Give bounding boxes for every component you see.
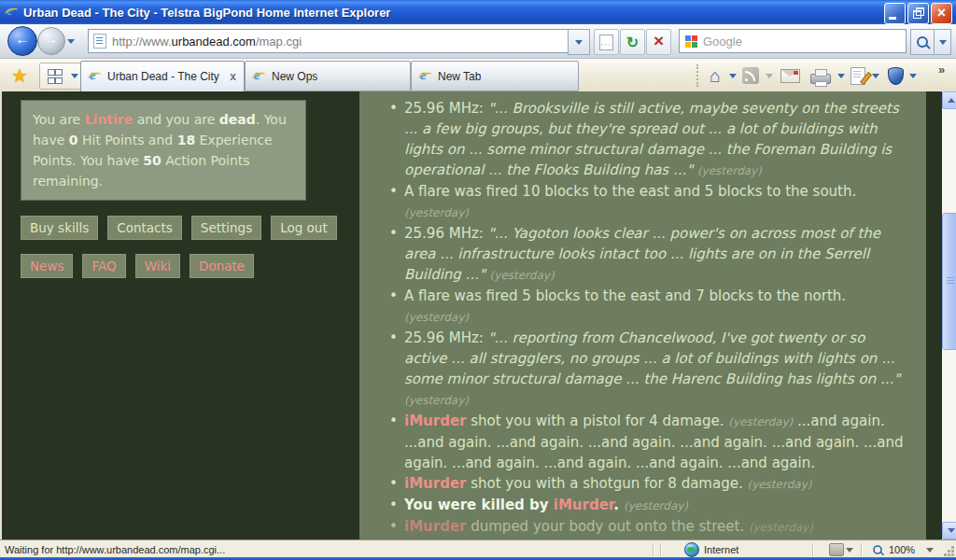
page-icon-button[interactable]	[594, 29, 619, 55]
text-segment: A flare was fired 10 blocks to the east …	[404, 183, 856, 200]
text-segment: (yesterday)	[624, 499, 688, 512]
close-button[interactable]	[931, 3, 952, 24]
search-dropdown-button[interactable]	[934, 29, 951, 55]
window-title: Urban Dead - The City - Telstra BigPond …	[23, 6, 390, 20]
scroll-up-button[interactable]	[942, 91, 956, 109]
page-icon	[851, 67, 865, 85]
tab-urban-dead[interactable]: Urban Dead - The City x	[80, 61, 245, 92]
message-panel: 25.96 MHz: "... Brooksville is still act…	[359, 91, 926, 539]
url-text[interactable]: http://www.urbandead.com/map.cgi	[112, 35, 302, 49]
home-dropdown-icon[interactable]	[729, 74, 737, 78]
tab-new-ops[interactable]: New Ops	[245, 61, 411, 91]
tools-button[interactable]	[885, 64, 906, 87]
sidebar-button-log-out[interactable]: Log out	[271, 216, 337, 240]
phishing-filter-dropdown-icon[interactable]	[846, 548, 853, 553]
magnifier-icon	[917, 36, 928, 48]
toolbar-overflow-chevron[interactable]: »	[938, 63, 945, 77]
text-segment: You were killed by	[404, 497, 554, 513]
page-content: You are Lintire and you are dead. You ha…	[0, 91, 956, 539]
forward-button[interactable]	[37, 27, 65, 55]
tab-new-tab[interactable]: New Tab	[411, 61, 579, 91]
quick-tabs-button[interactable]	[39, 63, 69, 90]
read-mail-button[interactable]	[779, 64, 801, 87]
account-buttons-row: Buy skillsContactsSettingsLog out	[21, 216, 337, 240]
text-segment: (yesterday)	[728, 415, 793, 428]
statusbar-separator	[660, 543, 662, 556]
text-segment: 25.96 MHz:	[404, 329, 488, 346]
favorites-star-icon[interactable]	[6, 62, 34, 89]
sidebar-button-wiki[interactable]: Wiki	[135, 254, 180, 278]
text-segment: A flare was fired 5 blocks to the east a…	[404, 287, 846, 304]
home-button[interactable]	[704, 64, 726, 87]
url-scheme: http://www.	[112, 35, 172, 49]
google-icon	[685, 35, 697, 48]
text-segment: 25.96 MHz:	[404, 225, 488, 242]
status-bar: Waiting for http://www.urbandead.com/map…	[0, 539, 956, 558]
tab-label: New Tab	[438, 70, 481, 83]
message-item: iMurder shot you with a shotgun for 8 da…	[359, 473, 911, 495]
text-segment: iMurder	[404, 475, 466, 492]
tab-favicon-icon	[418, 69, 433, 84]
text-segment: iMurder	[554, 497, 613, 513]
search-go-button[interactable]	[910, 29, 935, 55]
text-segment: 0	[69, 133, 78, 147]
sidebar-button-buy-skills[interactable]: Buy skills	[21, 216, 98, 240]
tools-dropdown-icon[interactable]	[909, 74, 917, 78]
tab-close-icon[interactable]: x	[230, 70, 236, 83]
stop-button[interactable]	[646, 29, 671, 55]
text-segment: You are	[33, 112, 85, 127]
zoom-magnifier-icon[interactable]	[873, 545, 882, 554]
text-segment: dead	[219, 112, 256, 127]
message-item: A flare was fired 10 blocks to the east …	[359, 181, 911, 223]
address-dropdown-button[interactable]	[568, 29, 590, 55]
sidebar-button-settings[interactable]: Settings	[191, 216, 261, 240]
print-button[interactable]	[808, 64, 833, 87]
quick-tabs-grid-icon	[48, 69, 61, 84]
history-dropdown-icon[interactable]	[67, 39, 75, 44]
page-menu-button[interactable]	[848, 64, 868, 87]
sidebar-button-faq[interactable]: FAQ	[82, 254, 125, 278]
text-segment: dumped your body out onto the street.	[466, 518, 748, 535]
message-item: A flare was fired 5 blocks to the east a…	[359, 286, 911, 328]
zoom-dropdown-icon[interactable]	[926, 548, 934, 553]
text-segment: (yesterday)	[697, 164, 762, 177]
text-segment: (yesterday)	[490, 269, 555, 282]
text-segment: (yesterday)	[749, 521, 813, 534]
command-bar-handle[interactable]	[696, 64, 698, 87]
internet-zone-globe-icon	[684, 542, 699, 557]
restore-button[interactable]	[907, 3, 929, 24]
tab-favicon-icon	[88, 69, 103, 84]
page-favicon	[93, 34, 106, 49]
message-item: 25.96 MHz: "... Yagoton looks clear ... …	[359, 223, 911, 286]
text-segment: .	[613, 497, 624, 513]
sidebar-button-donate[interactable]: Donate	[190, 254, 254, 278]
phishing-filter-icon[interactable]	[829, 543, 844, 556]
scrollbar-thumb[interactable]	[942, 213, 956, 350]
search-input[interactable]: Google	[679, 29, 907, 53]
text-segment: (yesterday)	[404, 394, 469, 407]
sidebar-button-contacts[interactable]: Contacts	[107, 216, 182, 240]
text-segment: shot you with a shotgun for 8 damage.	[466, 475, 747, 492]
text-segment: 50	[143, 153, 161, 168]
text-segment: 18	[177, 133, 195, 147]
back-button[interactable]	[7, 26, 37, 56]
tab-favicon-icon	[252, 69, 267, 84]
page-dropdown-icon[interactable]	[872, 74, 879, 78]
address-bar[interactable]: http://www.urbandead.com/map.cgi	[88, 29, 569, 53]
status-text: Waiting for http://www.urbandead.com/map…	[5, 544, 225, 555]
vertical-scrollbar[interactable]	[942, 91, 956, 539]
sidebar-button-news[interactable]: News	[21, 254, 73, 278]
zoom-level-label[interactable]: 100%	[889, 544, 915, 555]
statusbar-separator	[653, 543, 654, 556]
minimize-button[interactable]	[884, 3, 906, 24]
tab-label: Urban Dead - The City	[107, 70, 219, 83]
ie-logo-icon	[5, 5, 20, 20]
shield-icon	[888, 67, 904, 85]
arrow-down-icon	[948, 528, 955, 533]
print-dropdown-icon[interactable]	[837, 74, 845, 78]
feeds-button[interactable]	[740, 64, 761, 87]
resize-grip[interactable]	[943, 545, 954, 556]
refresh-button[interactable]	[620, 29, 645, 55]
scroll-down-button[interactable]	[942, 522, 956, 539]
navigation-bar: http://www.urbandead.com/map.cgi Google	[0, 24, 956, 59]
